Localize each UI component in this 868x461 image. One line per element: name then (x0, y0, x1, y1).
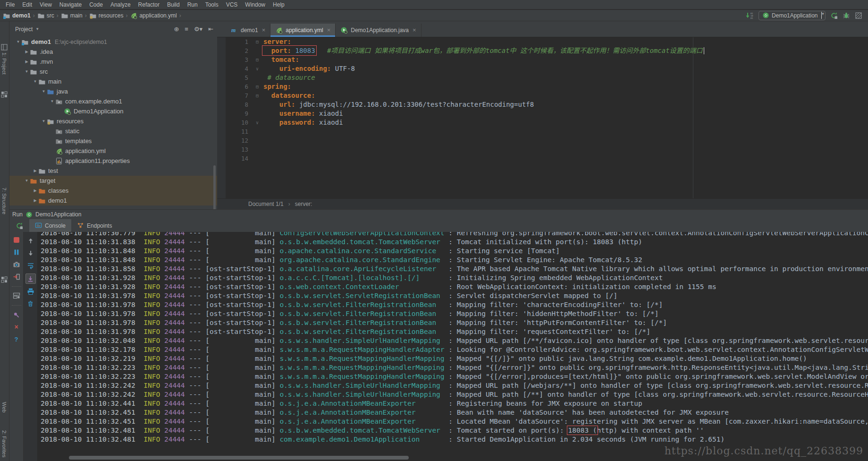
tree-row-java[interactable]: ▼java (9, 86, 217, 96)
tool-button-project[interactable]: 1: Project (1, 52, 7, 74)
tool-button-structure[interactable]: 7: Structure (1, 188, 7, 214)
tree-expanded-arrow-icon[interactable]: ▼ (24, 179, 30, 183)
tree-expanded-arrow-icon[interactable]: ▼ (41, 89, 47, 94)
horizontal-scrollbar[interactable] (69, 456, 860, 460)
menu-window[interactable]: Window (241, 0, 269, 9)
project-panel-title[interactable]: Project (15, 26, 33, 33)
scroll-to-end-button[interactable] (25, 273, 36, 284)
scrollbar-thumb[interactable] (69, 456, 409, 460)
editor-tab-demo1application-java[interactable]: Demo1Application.java× (336, 24, 421, 37)
project-scrollbar[interactable] (213, 165, 216, 209)
menu-help[interactable]: Help (269, 0, 288, 9)
menu-refactor[interactable]: Refactor (135, 0, 163, 9)
breadcrumb-item-demo1[interactable]: demo1 (3, 12, 31, 19)
close-icon[interactable]: × (12, 323, 21, 331)
menu-analyze[interactable]: Analyze (107, 0, 135, 9)
tree-row-application11-properties[interactable]: application11.properties (9, 156, 217, 166)
menu-file[interactable]: File (2, 0, 18, 9)
up-icon[interactable] (26, 237, 35, 245)
thread-dump-icon[interactable] (12, 260, 21, 269)
tree-row-templates[interactable]: templates (9, 136, 217, 146)
tool-icon[interactable] (1, 91, 8, 99)
fold-marker-icon[interactable]: ⊟ (251, 82, 263, 91)
hide-panel-icon[interactable]: ⇤ (208, 26, 213, 33)
editor-tab-demo1[interactable]: mdemo1× (226, 24, 270, 37)
tool-button-web[interactable]: Web (1, 402, 7, 412)
pause-icon[interactable] (12, 248, 21, 256)
editor[interactable]: 1⊟server:2 port: 18083 #项目访问端口 如果将项目打成wa… (217, 37, 868, 198)
chevron-down-icon[interactable]: ▼ (35, 27, 39, 31)
close-icon[interactable]: × (327, 26, 331, 34)
run-tab-endpoints[interactable]: Endpoints (71, 219, 118, 232)
tool-icon-2[interactable] (1, 276, 8, 284)
tree-row-target[interactable]: ▼target (9, 176, 217, 186)
tree-row-static[interactable]: static (9, 126, 217, 136)
document-breadcrumb-node[interactable]: server: (295, 201, 312, 207)
fold-marker-icon[interactable]: ⊟ (251, 55, 263, 64)
tree-row-demo1[interactable]: ▼demo1E:\xjc-eclipse\demo1 (9, 37, 217, 47)
run-button[interactable] (830, 12, 838, 19)
tree-row--idea[interactable]: ▶.idea (9, 47, 217, 57)
collapse-all-icon[interactable]: ≡ (185, 26, 188, 33)
close-icon[interactable]: × (413, 26, 416, 34)
fold-marker-icon[interactable]: ∨ (251, 64, 263, 73)
tree-expanded-arrow-icon[interactable]: ▼ (41, 119, 47, 123)
tool-button-favorites[interactable]: 2: Favorites (1, 430, 7, 457)
locate-icon[interactable]: ⊕ (174, 26, 179, 33)
breadcrumb-item-resources[interactable]: resources (89, 12, 124, 19)
editor-tab-application-yml[interactable]: application.yml× (270, 24, 336, 37)
breadcrumb-item-application-yml[interactable]: application.yml (130, 12, 177, 19)
tree-collapsed-arrow-icon[interactable]: ▶ (24, 50, 30, 54)
menu-tools[interactable]: Tools (202, 0, 222, 9)
project-tool-icon[interactable] (1, 44, 8, 51)
pin-icon[interactable] (12, 310, 21, 319)
coverage-button[interactable] (855, 12, 862, 19)
print-icon[interactable] (26, 287, 35, 296)
help-icon[interactable]: ? (12, 335, 21, 343)
menu-navigate[interactable]: Navigate (56, 0, 85, 9)
tree-expanded-arrow-icon[interactable]: ▼ (24, 69, 30, 74)
menu-view[interactable]: View (36, 0, 56, 9)
fold-marker-icon[interactable]: ⊟ (251, 37, 263, 46)
restore-layout-icon[interactable] (12, 291, 21, 300)
menu-code[interactable]: Code (85, 0, 107, 9)
tree-expanded-arrow-icon[interactable]: ▼ (49, 99, 55, 103)
tree-expanded-arrow-icon[interactable]: ▼ (15, 40, 21, 44)
fold-marker-icon[interactable]: ⊟ (251, 91, 263, 100)
down-icon[interactable] (26, 249, 35, 257)
tree-row-demo1application[interactable]: Demo1Application (9, 106, 217, 116)
gear-icon[interactable]: ⚙▾ (194, 26, 202, 33)
breadcrumb-item-main[interactable]: main (61, 12, 83, 19)
tree-row-demo1[interactable]: ▶demo1 (9, 196, 217, 205)
run-tab-console[interactable]: Console (29, 219, 71, 232)
tree-row-resources[interactable]: ▼resources (9, 116, 217, 126)
menu-run[interactable]: Run (184, 0, 202, 9)
menu-vcs[interactable]: VCS (222, 0, 242, 9)
run-configuration-combo[interactable]: Demo1Application ▼ (758, 11, 826, 20)
vcs-update-icon[interactable]: 011001 (745, 12, 754, 19)
tree-collapsed-arrow-icon[interactable]: ▶ (24, 60, 30, 64)
console-output[interactable]: 2018-08-10 11:10:30.779 INFO 24444 --- [… (38, 232, 868, 461)
clear-icon[interactable] (26, 299, 35, 308)
tree-row-com-example-demo1[interactable]: ▼com.example.demo1 (9, 96, 217, 106)
stop-icon[interactable] (12, 236, 21, 244)
tree-row-test[interactable]: ▶test (9, 166, 217, 176)
tree-row--mvn[interactable]: ▶.mvn (9, 57, 217, 67)
menu-build[interactable]: Build (163, 0, 184, 9)
menu-edit[interactable]: Edit (18, 0, 36, 9)
close-icon[interactable]: × (262, 26, 266, 34)
tree-row-main[interactable]: ▼main (9, 77, 217, 86)
debug-button[interactable] (843, 12, 850, 19)
soft-wrap-icon[interactable] (26, 261, 35, 270)
tree-row-classes[interactable]: ▶classes (9, 186, 217, 196)
breadcrumb-item-src[interactable]: src (37, 12, 54, 19)
tree-row-src[interactable]: ▼src (9, 67, 217, 77)
tree-expanded-arrow-icon[interactable]: ▼ (32, 79, 38, 84)
rerun-icon[interactable] (16, 222, 23, 230)
tree-collapsed-arrow-icon[interactable]: ▶ (32, 169, 38, 173)
fold-marker-icon[interactable]: ∨ (251, 118, 263, 127)
tree-collapsed-arrow-icon[interactable]: ▶ (32, 188, 38, 193)
tree-collapsed-arrow-icon[interactable]: ▶ (32, 198, 38, 203)
tree-row-application-yml[interactable]: application.yml (9, 146, 217, 156)
exit-icon[interactable] (12, 273, 21, 281)
